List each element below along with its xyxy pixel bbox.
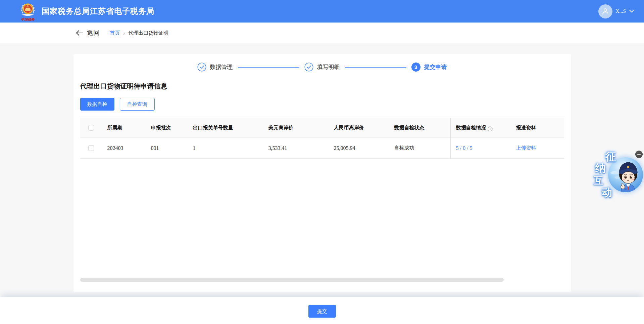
page: 中国税务 国家税务总局江苏省电子税务局 X...S 返回: [0, 0, 644, 324]
user-avatar-icon[interactable]: [598, 4, 612, 18]
step-label: 数据管理: [210, 63, 233, 71]
breadcrumb-bar: 返回 首页 › 代理出口货物证明: [0, 23, 644, 43]
tax-emblem-logo: 中国税务: [19, 1, 37, 22]
breadcrumb: 首页 › 代理出口货物证明: [110, 30, 168, 36]
footer-bar: 提交: [0, 297, 644, 324]
cell-check-detail: 5 / 0 / 5: [450, 138, 511, 158]
select-all-checkbox[interactable]: [88, 125, 94, 131]
column-header-check-status: 数据自检状态: [389, 118, 450, 137]
cell-upload: 上传资料: [511, 138, 564, 158]
data-self-check-button[interactable]: 数据自检: [80, 98, 114, 111]
brand: 中国税务 国家税务总局江苏省电子税务局: [19, 1, 154, 22]
main-card: 数据管理 填写明细 3 提交申请 代理出口货物证明待申请信息: [73, 54, 571, 292]
table-row: 202403 001 1 3,533.41 25,005.94 自检成功 5 /…: [80, 138, 564, 159]
widget-char-hu[interactable]: 互: [594, 176, 603, 186]
check-circle-icon: [197, 63, 206, 72]
chevron-down-icon[interactable]: [629, 10, 634, 13]
widget-char-dong[interactable]: 动: [602, 187, 612, 198]
steps-indicator: 数据管理 填写明细 3 提交申请: [80, 54, 564, 72]
action-buttons: 数据自检 自检查询: [80, 98, 564, 111]
cell-batch: 001: [146, 138, 188, 158]
column-header-batch: 申报批次: [146, 118, 188, 137]
widget-char-zheng[interactable]: 征: [605, 151, 616, 162]
widget-char-na[interactable]: 纳: [595, 163, 606, 173]
breadcrumb-current: 代理出口货物证明: [128, 30, 168, 36]
logo-caption: 中国税务: [21, 17, 35, 21]
user-menu[interactable]: X...S: [598, 4, 634, 18]
cell-period: 202403: [102, 138, 146, 158]
column-header-declaration-count: 出口报关单号数量: [188, 118, 263, 137]
table-header-row: 所属期 申报批次 出口报关单号数量 美元离岸价 人民币离岸价 数据自检状态 数据…: [80, 118, 564, 138]
minimize-widget-button[interactable]: [635, 151, 643, 158]
column-header-rmb-fob: 人民币离岸价: [329, 118, 389, 137]
submit-button[interactable]: 提交: [308, 305, 336, 318]
horizontal-scrollbar[interactable]: [80, 278, 504, 282]
column-header-usd-fob: 美元离岸价: [263, 118, 329, 137]
page-title: 代理出口货物证明待申请信息: [80, 82, 564, 91]
application-table: 所属期 申报批次 出口报关单号数量 美元离岸价 人民币离岸价 数据自检状态 数据…: [80, 118, 564, 159]
info-icon[interactable]: [488, 126, 493, 131]
column-header-upload: 报送资料: [511, 118, 564, 137]
breadcrumb-home-link[interactable]: 首页: [110, 30, 120, 36]
app-title: 国家税务总局江苏省电子税务局: [42, 6, 154, 16]
step-number-badge: 3: [411, 63, 420, 72]
column-header-check-detail: 数据自检情况: [450, 118, 511, 137]
breadcrumb-separator: ›: [123, 30, 125, 36]
minus-icon: [637, 154, 641, 155]
cell-check-status: 自检成功: [389, 138, 450, 158]
step-connector: [238, 67, 299, 68]
row-checkbox[interactable]: [88, 145, 94, 151]
arrow-left-icon: [76, 30, 83, 36]
step-submit-application: 3 提交申请: [411, 63, 447, 72]
column-header-check-detail-label: 数据自检情况: [456, 125, 486, 131]
cell-rmb-fob: 25,005.94: [329, 138, 389, 158]
step-label: 提交申请: [424, 63, 447, 71]
step-connector: [345, 67, 406, 68]
column-header-period: 所属期: [102, 118, 146, 137]
user-name: X...S: [616, 8, 626, 14]
header-checkbox-cell: [80, 118, 102, 137]
step-fill-details: 填写明细: [304, 63, 340, 72]
interaction-widget[interactable]: 征 纳 互 动: [593, 151, 644, 202]
app-header: 中国税务 国家税务总局江苏省电子税务局 X...S: [0, 0, 644, 23]
check-circle-icon: [304, 63, 313, 72]
back-label: 返回: [87, 29, 100, 37]
main-content: 数据管理 填写明细 3 提交申请 代理出口货物证明待申请信息: [0, 54, 644, 308]
check-detail-link[interactable]: 5 / 0 / 5: [456, 145, 473, 151]
cell-declaration-count: 1: [188, 138, 263, 158]
step-label: 填写明细: [317, 63, 340, 71]
back-button[interactable]: 返回: [76, 29, 100, 37]
self-check-query-button[interactable]: 自检查询: [120, 98, 155, 111]
upload-materials-link[interactable]: 上传资料: [516, 145, 536, 151]
row-checkbox-cell: [80, 138, 102, 158]
step-data-management: 数据管理: [197, 63, 233, 72]
cell-usd-fob: 3,533.41: [263, 138, 329, 158]
